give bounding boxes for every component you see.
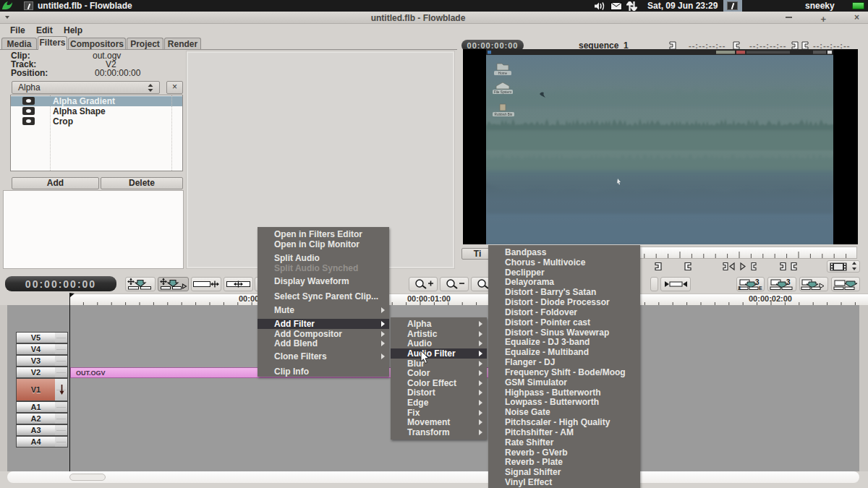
svg-text:3: 3 xyxy=(786,278,791,286)
svg-text:File System: File System xyxy=(494,90,511,94)
svg-text:Home: Home xyxy=(498,72,508,75)
svg-text:E: E xyxy=(759,286,762,291)
svg-text:Rubbish Bin: Rubbish Bin xyxy=(495,113,513,116)
svg-text:3: 3 xyxy=(738,286,741,291)
